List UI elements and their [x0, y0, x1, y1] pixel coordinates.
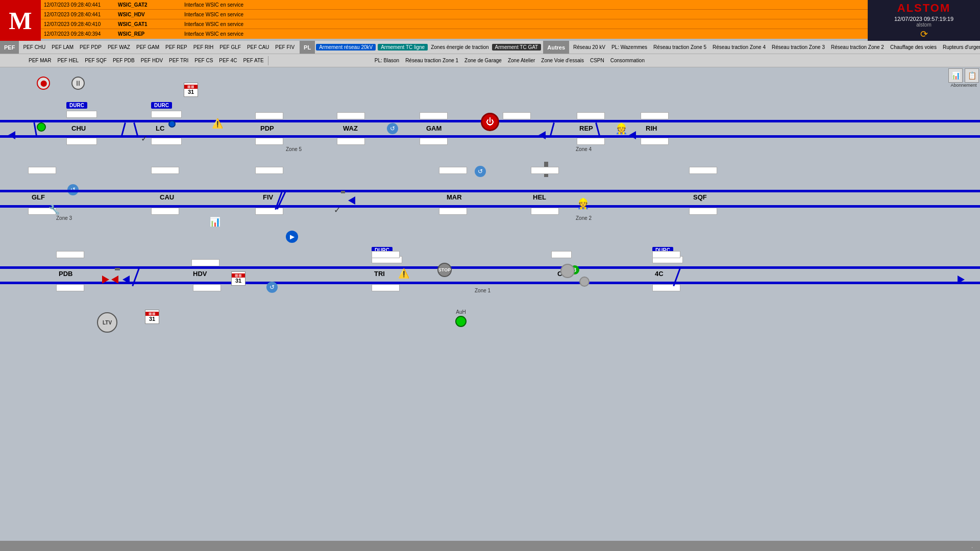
nav-pef-rep[interactable]: PEF REP [162, 44, 190, 51]
nav-zone-atelier[interactable]: Zone Atelier [505, 57, 538, 64]
wb-r3-lower-2[interactable] [193, 284, 221, 291]
wb-r1-6[interactable] [641, 112, 669, 119]
wb-r1-2[interactable] [337, 112, 365, 119]
nav-pl-wazemmes[interactable]: PL: Wazemmes [608, 44, 650, 51]
refresh-icon-row2-2[interactable]: ↺ [475, 166, 486, 177]
nav-pef-pdp[interactable]: PEF PDP [77, 44, 105, 51]
wb-r1-lower-1[interactable] [66, 138, 97, 145]
station-sqf: SQF [693, 193, 707, 201]
play-button[interactable]: ▶ [286, 231, 298, 243]
station-rep: REP [579, 124, 593, 132]
nav-pef-pdb[interactable]: PEF PDB [110, 57, 138, 64]
wb-r2-2[interactable] [151, 167, 179, 174]
wb-r2-5[interactable] [531, 167, 559, 174]
nav-reseau-20kv[interactable]: Réseau 20 kV [570, 44, 608, 51]
wb-r3-4[interactable] [551, 251, 572, 258]
chart-icon-cau[interactable]: 📊 [209, 216, 220, 228]
wb-r2-lower-6[interactable] [689, 208, 717, 215]
abonnement-panel: 📊 📋 Abonnement [948, 68, 979, 88]
nav-pef-ate[interactable]: PEF ATE [240, 57, 266, 64]
wb-r3-2[interactable] [191, 259, 219, 266]
nav-pef-chu[interactable]: PEF CHU [20, 44, 48, 51]
wb-r1-1[interactable] [255, 112, 283, 119]
nav-armement-tc-ligne[interactable]: Armement TC ligne [378, 44, 428, 51]
list-icon[interactable]: 📋 [965, 68, 979, 83]
wb-r2-4[interactable] [439, 167, 467, 174]
stop-button[interactable]: ⬤ [37, 77, 50, 90]
nav-consommation[interactable]: Consommation [607, 57, 648, 64]
alert-msg-4: Interface WSIC en service [184, 31, 243, 37]
person-icon-rep: 👷 [615, 122, 628, 135]
calendar-icon-1[interactable]: ▦▦ 31 [184, 83, 198, 97]
datetime-display: 12/07/2023 09:57:19:19 [894, 16, 953, 22]
wb-r2-1[interactable] [28, 167, 56, 174]
wb-r2-3[interactable] [255, 167, 283, 174]
wb-r2-lower-4[interactable] [439, 208, 467, 215]
wb-r1-5[interactable] [577, 112, 605, 119]
wb-r3-3[interactable] [372, 251, 400, 258]
stop-indicator-tri[interactable]: STOP [437, 263, 452, 277]
nav-pef-cau[interactable]: PEF CAU [244, 44, 272, 51]
nav-traction-z4[interactable]: Réseau traction Zone 4 [709, 44, 769, 51]
nav-traction-z5[interactable]: Réseau traction Zone 5 [650, 44, 709, 51]
chart-icon[interactable]: 📊 [948, 68, 963, 83]
calendar-icon-2[interactable]: ▦▦ 31 [231, 271, 246, 286]
nav-zones-energie[interactable]: Zones énergie de traction [428, 44, 492, 51]
nav-pef-gam[interactable]: PEF GAM [133, 44, 162, 51]
wb-r1-lower-3[interactable] [255, 138, 283, 145]
nav-pef-fiv[interactable]: PEF FIV [272, 44, 298, 51]
wb-r2-6[interactable] [689, 167, 717, 174]
nav-pef-hel[interactable]: PEF HEL [54, 57, 82, 64]
wb-r3-lower-1[interactable] [56, 284, 84, 291]
durc-input-1[interactable] [66, 111, 97, 118]
wb-r3-lower-4[interactable] [652, 284, 680, 291]
station-hdv: HDV [193, 270, 207, 278]
abonnement-icons: 📊 📋 [948, 68, 979, 83]
nav-zone-voie[interactable]: Zone Voie d'essais [538, 57, 587, 64]
alstom-logo: ALSTOM [897, 2, 950, 15]
nav-pef-4c[interactable]: PEF 4C [216, 57, 240, 64]
wb-r2-lower-5[interactable] [531, 208, 559, 215]
wb-r1-4[interactable] [503, 112, 531, 119]
wb-r2-lower-2[interactable] [151, 208, 179, 215]
wb-r1-lower-5[interactable] [420, 138, 448, 145]
nav-pl-blason[interactable]: PL: Blason [372, 57, 402, 64]
nav-pef-rih[interactable]: PEF RIH [190, 44, 216, 51]
nav-pef-hdv[interactable]: PEF HDV [138, 57, 166, 64]
nav-traction-z2[interactable]: Réseau traction Zone 2 [828, 44, 887, 51]
wb-r1-lower-7[interactable] [641, 138, 669, 145]
calendar-icon-3[interactable]: ▦▦ 31 [145, 310, 159, 324]
nav-traction-z3[interactable]: Réseau traction Zone 3 [769, 44, 828, 51]
wb-r3-5[interactable] [652, 251, 680, 258]
nav-pef-lam[interactable]: PEF LAM [48, 44, 77, 51]
nav-cspn[interactable]: CSPN [587, 57, 607, 64]
cal-top-1: ▦▦ [184, 85, 198, 89]
wb-r3-1[interactable] [56, 251, 84, 258]
refresh-icon-waz[interactable]: ↺ [387, 123, 398, 134]
pause-button[interactable]: ⏸ [71, 77, 85, 90]
wb-r1-3[interactable] [420, 112, 448, 119]
durc-input-2[interactable] [151, 111, 182, 118]
alert-code-2: WSIC_HDV [118, 12, 184, 17]
nav-rupteurs[interactable]: Rupteurs d'urgence [940, 44, 980, 51]
wb-r3-lower-3[interactable] [372, 284, 400, 291]
wb-r1-lower-6[interactable] [577, 138, 605, 145]
power-button[interactable]: ⏻ [481, 113, 499, 131]
refresh-icon-row3[interactable]: ↺ [266, 282, 278, 293]
nav-armement-reseau[interactable]: Armement réseau 20kV [316, 44, 376, 51]
nav-armement-tc-gat[interactable]: Armement TC GAT [492, 44, 542, 51]
nav-pef-mar[interactable]: PEF MAR [26, 57, 54, 64]
nav-traction-z1[interactable]: Réseau traction Zone 1 [402, 57, 461, 64]
zone-1-label: Zone 1 [475, 288, 491, 293]
wb-r2-lower-3[interactable] [255, 208, 283, 215]
nav-pef-glf[interactable]: PEF GLF [216, 44, 244, 51]
wb-r1-lower-2[interactable] [151, 138, 182, 145]
nav-pef-sqf[interactable]: PEF SQF [82, 57, 110, 64]
nav-pef-waz[interactable]: PEF WAZ [105, 44, 133, 51]
nav-pef-tri[interactable]: PEF TRI [166, 57, 191, 64]
nav-top-bar: PEF PEF CHU PEF LAM PEF PDP PEF WAZ PEF … [0, 41, 980, 54]
nav-pef-cs[interactable]: PEF CS [191, 57, 216, 64]
wb-r1-lower-4[interactable] [337, 138, 365, 145]
nav-zone-garage[interactable]: Zone de Garage [461, 57, 505, 64]
nav-chauffage[interactable]: Chauffage des voies [887, 44, 940, 51]
